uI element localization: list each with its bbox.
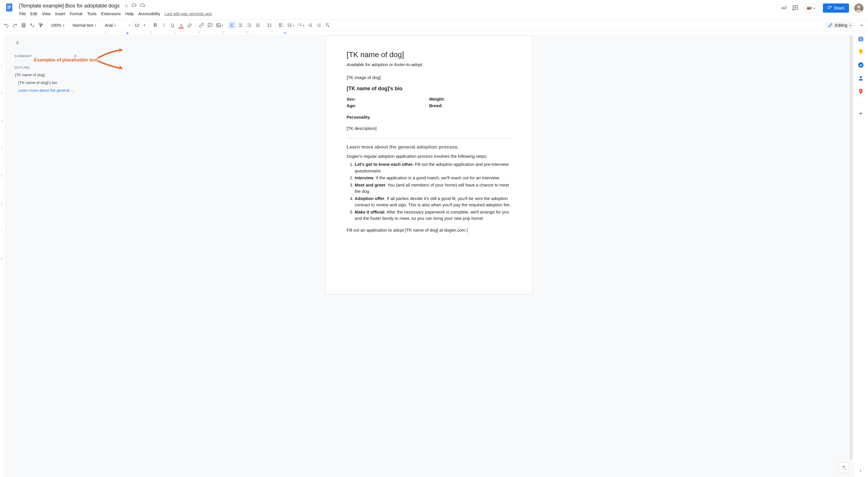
zoom-select[interactable]: 100%▾ [49,21,67,29]
list-item[interactable]: Let's get to know each other. Fill out t… [355,161,512,174]
document-page[interactable]: [TK name of dog] Available for adoption … [326,36,533,294]
separator [149,22,150,28]
last-edit-link[interactable]: Last edit was seconds ago [164,11,212,16]
meet-button[interactable]: ▾ [804,3,818,13]
info-row[interactable]: Age: Breed: [347,103,512,109]
ordered-list[interactable]: Let's get to know each other. Fill out t… [347,161,512,222]
scrollbar[interactable] [849,35,852,460]
get-addons-button[interactable] [857,110,864,117]
line-spacing-button[interactable] [266,21,274,29]
highlight-color-button[interactable] [186,21,194,29]
menu-insert[interactable]: Insert [53,10,67,17]
toolbar: 100%▾ Normal text▾ Arial▾ − 12 + B I U A… [0,20,868,31]
insert-link-button[interactable] [197,21,206,29]
share-button[interactable]: Share [823,3,849,13]
paint-format-button[interactable] [37,21,45,29]
menu-view[interactable]: View [40,10,53,17]
align-center-button[interactable] [237,21,245,29]
field-age[interactable]: Age: [347,103,429,109]
doc-heading-2[interactable]: Learn more about the general adoption pr… [347,144,512,151]
workspace[interactable]: 1 2 3 4 5 6 7 SUMMARY + OUTLINE [TK n [5,31,853,477]
field-breed[interactable]: Breed: [429,103,512,109]
star-icon[interactable]: ☆ [124,3,129,9]
list-item-bold: Meet and greet [355,183,385,187]
print-button[interactable] [20,21,28,29]
move-icon[interactable] [132,3,137,9]
undo-button[interactable] [2,21,10,29]
outline-item[interactable]: [TK name of dog] [14,71,77,79]
right-indent-marker-icon[interactable] [283,32,286,34]
calendar-addon-icon[interactable]: 31 [857,35,864,42]
list-item[interactable]: Make it official. After the necessary pa… [355,209,512,222]
contacts-addon-icon[interactable] [857,75,864,82]
redo-button[interactable] [11,21,19,29]
text-color-button[interactable]: A [177,21,185,29]
menu-accessibility[interactable]: Accessibility [136,10,162,17]
paragraph-style-select[interactable]: Normal text▾ [70,21,99,29]
add-comment-button[interactable] [206,21,214,29]
explore-button[interactable] [839,463,849,473]
outline-item[interactable]: [TK name of dog]'s bio [14,79,77,87]
docs-logo-icon[interactable] [3,2,15,13]
svg-point-58 [860,76,862,78]
tasks-addon-icon[interactable] [857,62,864,68]
account-avatar[interactable] [854,3,863,13]
personality-heading[interactable]: Personality [347,114,512,121]
font-size-value[interactable]: 12 [132,22,141,29]
align-right-button[interactable] [245,21,253,29]
spellcheck-button[interactable] [28,21,36,29]
menu-help[interactable]: Help [123,10,136,17]
doc-title[interactable]: [Template example] Bios for adoptable do… [17,2,121,9]
first-line-indent-marker-icon[interactable] [126,32,129,34]
hide-side-panel-button[interactable]: › [860,468,862,474]
collapse-toolbar-button[interactable] [858,21,866,29]
font-select[interactable]: Arial▾ [102,21,122,29]
svg-rect-3 [7,8,10,9]
svg-rect-17 [217,24,221,27]
doc-heading-1[interactable]: [TK name of dog] [347,49,512,60]
doc-text[interactable]: [TK description] [347,125,512,132]
menu-extensions[interactable]: Extensions [99,10,123,17]
doc-heading-2[interactable]: [TK name of dog]'s bio [347,85,512,93]
decrease-indent-button[interactable] [306,21,314,29]
list-item[interactable]: Adoption offer. If all parties decide it… [355,195,512,208]
bold-button[interactable]: B [151,21,159,29]
zoom-value: 100% [51,23,61,28]
activity-icon[interactable] [781,5,787,11]
font-size-decrease[interactable]: − [126,22,132,29]
doc-text[interactable]: [TK image of dog] [347,74,512,81]
menu-edit[interactable]: Edit [28,10,39,17]
separator [124,22,124,28]
underline-button[interactable]: U [168,21,177,29]
keep-addon-icon[interactable] [857,48,864,55]
menu-tools[interactable]: Tools [85,10,99,17]
align-left-button[interactable] [228,21,236,29]
doc-subtitle[interactable]: Available for adoption or foster-to-adop… [347,62,512,68]
field-weight[interactable]: Weight: [429,96,512,103]
field-sex[interactable]: Sex: [347,96,429,103]
cloud-status-icon[interactable] [140,3,146,9]
font-size-increase[interactable]: + [141,22,148,29]
editing-mode-select[interactable]: Editing ▾ [825,22,854,29]
menu-file[interactable]: File [17,10,28,17]
separator [264,22,264,28]
numbered-list-button[interactable]: 12▾ [296,21,306,29]
menu-format[interactable]: Format [68,10,85,17]
insert-image-button[interactable]: ▾ [215,21,224,29]
outline-back-button[interactable] [14,40,21,47]
list-item[interactable]: Meet and greet. You (and all members of … [355,182,512,195]
maps-addon-icon[interactable] [857,88,864,95]
info-row[interactable]: Sex: Weight: [347,96,512,103]
checklist-button[interactable] [277,21,285,29]
italic-button[interactable]: I [160,21,168,29]
clear-formatting-button[interactable] [323,21,331,29]
outline-item[interactable]: Learn more about the general … [14,87,77,94]
align-justify-button[interactable] [254,21,262,29]
doc-text[interactable]: Fill out an application to adopt [TK nam… [347,227,512,233]
doc-text[interactable]: Dogier's regular adoption application pr… [347,153,512,160]
bulleted-list-button[interactable]: ▾ [286,21,296,29]
style-value: Normal text [73,23,93,28]
comments-icon[interactable] [792,5,799,11]
list-item[interactable]: Interview. If the application is a good … [355,175,512,181]
increase-indent-button[interactable] [315,21,323,29]
